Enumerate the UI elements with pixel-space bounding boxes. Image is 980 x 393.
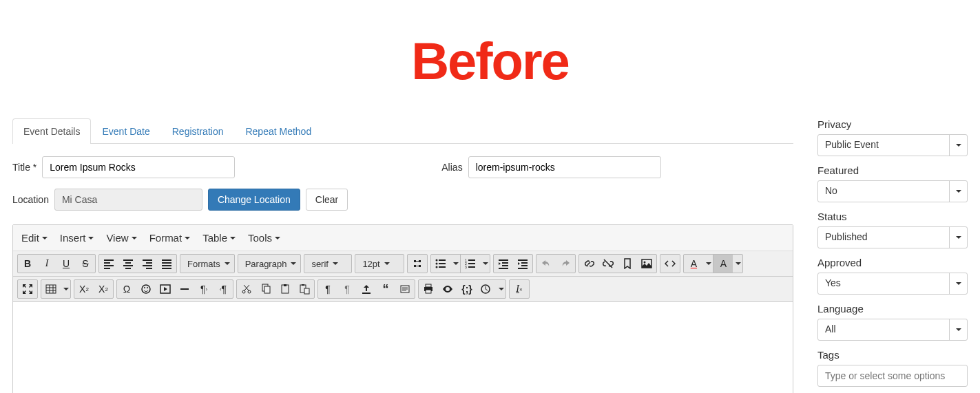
location-label: Location (12, 194, 49, 205)
link-icon[interactable] (579, 255, 598, 273)
caret-icon (291, 262, 296, 265)
tab-event-date[interactable]: Event Date (91, 118, 160, 144)
bullet-list-icon[interactable] (431, 255, 450, 273)
formats-select[interactable]: Formats (180, 255, 234, 273)
italic-icon[interactable]: I (37, 255, 56, 273)
media-icon[interactable] (156, 280, 175, 298)
status-select[interactable]: Published (817, 226, 968, 248)
datetime-caret-icon[interactable] (496, 280, 505, 298)
specialchar-icon[interactable]: Ω (117, 280, 136, 298)
hr-icon[interactable] (175, 280, 194, 298)
preview-icon[interactable] (438, 280, 457, 298)
datetime-icon[interactable] (477, 280, 496, 298)
numbered-list-caret-icon[interactable] (480, 255, 490, 273)
menu-view[interactable]: View (106, 232, 136, 244)
align-justify-icon[interactable] (157, 255, 176, 273)
table-icon[interactable] (41, 280, 61, 298)
editor-toolbar-row-1: B I U S Formats Paragraph serif 12pt 123 (13, 251, 793, 277)
rtl-icon[interactable]: ‹¶ (213, 280, 233, 298)
superscript-icon[interactable]: X2 (94, 280, 113, 298)
editor-content-area[interactable] (13, 302, 793, 393)
menu-format[interactable]: Format (149, 232, 191, 244)
alias-label: Alias (441, 162, 462, 173)
alias-input[interactable] (468, 156, 661, 178)
textcolor-caret-icon[interactable] (703, 255, 713, 273)
strikethrough-icon[interactable]: S (76, 255, 95, 273)
caret-icon (132, 237, 137, 240)
menu-tools[interactable]: Tools (248, 232, 280, 244)
bold-icon[interactable]: B (18, 255, 37, 273)
redo-icon[interactable] (556, 255, 575, 273)
textcolor-icon[interactable]: A (684, 255, 703, 273)
caret-icon (949, 319, 967, 340)
clear-formatting-icon[interactable]: I× (510, 280, 529, 298)
tags-input[interactable] (817, 365, 968, 387)
show-invisibles-icon[interactable]: ¶ (337, 280, 357, 298)
bgcolor-icon[interactable]: A (713, 255, 733, 273)
menu-table[interactable]: Table (202, 232, 236, 244)
editor-toolbar-row-2: X2 X2 Ω ¶› ‹¶ ¶ ¶ “ {;} (13, 277, 793, 302)
table-caret-icon[interactable] (61, 280, 70, 298)
tags-label: Tags (817, 349, 968, 361)
svg-rect-23 (426, 284, 431, 287)
language-select[interactable]: All (817, 319, 968, 341)
caret-icon (949, 227, 967, 248)
underline-icon[interactable]: U (56, 255, 76, 273)
find-replace-icon[interactable] (408, 255, 427, 273)
svg-point-1 (436, 263, 438, 265)
bullet-list-caret-icon[interactable] (450, 255, 460, 273)
codesample-icon[interactable]: {;} (457, 280, 477, 298)
approved-select[interactable]: Yes (817, 273, 968, 295)
subscript-icon[interactable]: X2 (74, 280, 94, 298)
svg-rect-18 (284, 284, 286, 286)
indent-icon[interactable] (513, 255, 532, 273)
blockquote-icon[interactable]: “ (376, 280, 395, 298)
caret-icon (88, 237, 94, 240)
svg-point-14 (248, 290, 251, 293)
fontsize-select[interactable]: 12pt (355, 255, 404, 273)
paragraph-select[interactable]: Paragraph (238, 255, 301, 273)
title-input[interactable] (42, 156, 235, 178)
align-center-icon[interactable] (118, 255, 138, 273)
align-left-icon[interactable] (99, 255, 118, 273)
cut-icon[interactable] (237, 280, 256, 298)
paste-text-icon[interactable] (295, 280, 314, 298)
fullscreen-icon[interactable] (18, 280, 37, 298)
show-blocks-icon[interactable]: ¶ (318, 280, 337, 298)
bookmark-icon[interactable] (618, 255, 637, 273)
image-icon[interactable] (637, 255, 656, 273)
nbsp-icon[interactable] (395, 280, 415, 298)
heading-before: Before (0, 31, 980, 91)
ltr-icon[interactable]: ¶› (194, 280, 213, 298)
bgcolor-caret-icon[interactable] (733, 255, 742, 273)
sourcecode-icon[interactable] (660, 255, 680, 273)
editor-menubar: Edit Insert View Format Table Tools (13, 225, 793, 251)
upload-icon[interactable] (357, 280, 376, 298)
tab-event-details[interactable]: Event Details (12, 118, 91, 144)
align-right-icon[interactable] (138, 255, 157, 273)
caret-icon (225, 262, 230, 265)
fontfamily-select[interactable]: serif (304, 255, 351, 273)
menu-edit[interactable]: Edit (21, 232, 48, 244)
change-location-button[interactable]: Change Location (208, 189, 300, 211)
tab-registration[interactable]: Registration (161, 118, 235, 144)
location-input (54, 189, 202, 211)
rich-text-editor: Edit Insert View Format Table Tools B I … (12, 224, 793, 393)
undo-icon[interactable] (536, 255, 556, 273)
featured-select[interactable]: No (817, 180, 968, 202)
numbered-list-icon[interactable]: 123 (461, 255, 480, 273)
svg-point-9 (142, 285, 150, 293)
copy-icon[interactable] (256, 280, 275, 298)
svg-rect-16 (264, 286, 270, 293)
print-icon[interactable] (419, 280, 438, 298)
clear-location-button[interactable]: Clear (306, 189, 348, 211)
unlink-icon[interactable] (598, 255, 618, 273)
tab-repeat-method[interactable]: Repeat Method (234, 118, 322, 144)
language-label: Language (817, 303, 968, 315)
paste-icon[interactable] (275, 280, 295, 298)
approved-label: Approved (817, 257, 968, 268)
menu-insert[interactable]: Insert (60, 232, 94, 244)
emoticon-icon[interactable] (136, 280, 156, 298)
privacy-select[interactable]: Public Event (817, 134, 968, 156)
outdent-icon[interactable] (494, 255, 513, 273)
